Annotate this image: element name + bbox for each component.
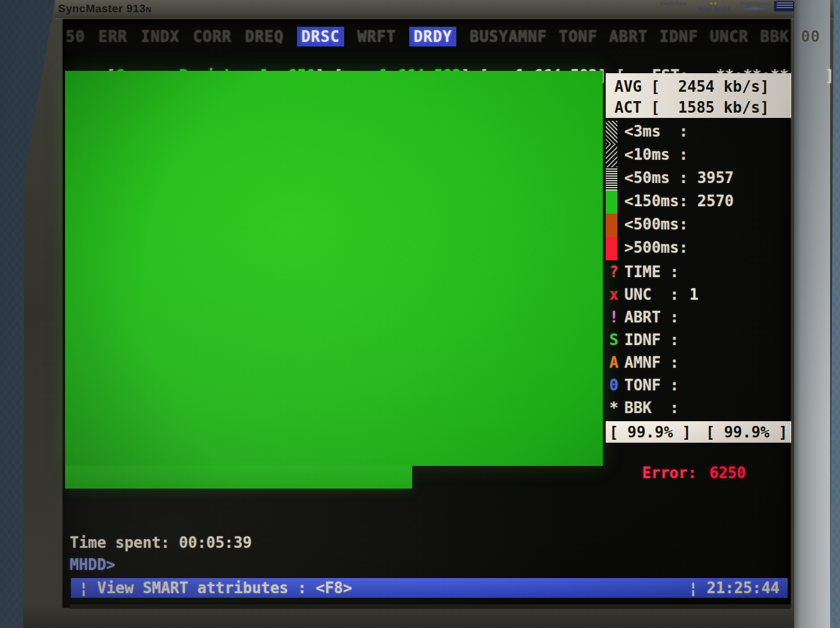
flag-busy: BUSY [470,28,509,45]
bucket-over-500ms: >500ms: [624,239,698,256]
mhdd-screen: 50 ERR INDX CORR DREQ DRSC WRFT DRDY BUS… [63,19,791,608]
error-counter: Error:6250 [606,447,746,499]
counter-time: ?TIME : [624,263,689,281]
smart-hint-label: ¦ View SMART attributes : <F8> [79,579,352,597]
flag-uncr: UNCR [710,28,749,45]
monitor-brand-label: SyncMaster 913N [58,2,152,15]
brand-text: SyncMaster 913 [58,2,146,15]
screen-bottom-edge [70,604,791,609]
bucket-3ms: <3ms : [624,123,698,140]
flag-amnf: AMNF [509,28,548,45]
act-speed: ACT [ 1585 kb/s] [614,99,769,116]
progress-gauges: [ 99.9% ] [ 99.9% ] [606,421,791,443]
flag-abrt: ABRT [609,28,648,45]
swatch-over-500ms [606,237,617,260]
flag-idnf: IDNF [660,28,699,45]
status-flags-left: 50 ERR INDX CORR DREQ DRSC WRFT DRDY BUS… [66,27,509,46]
progress-right: [ 99.9% ] [706,424,788,441]
swatch-under-3ms [606,121,617,144]
ata-status-row: 50 ERR INDX CORR DREQ DRSC WRFT DRDY BUS… [66,27,789,46]
error-label: Error: [642,464,697,482]
swoosh-graphic [739,8,770,10]
unc-x-icon: x [606,286,622,303]
flag-drsc-active: DRSC [297,27,344,46]
flag-bbk: BBK [760,28,789,45]
counter-bbk: *BBK : [624,399,689,417]
serial-sticker [774,1,795,11]
status-flags-right: AMNF TONF ABRT IDNF UNCR BBK 00 [509,28,820,45]
amnf-a-icon: A [606,354,622,371]
brand-suffix: N [146,5,152,14]
mhdd-command-prompt[interactable]: MHDD> [70,556,115,573]
flag-indx: INDX [141,28,180,45]
idnf-s-icon: S [606,331,622,349]
swatch-under-150ms [606,191,617,214]
flag-drdy-active: DRDY [409,27,456,46]
status-hint-bar: ¦ View SMART attributes : <F8> ¦ 21:25:4… [71,578,788,598]
flag-dreq: DREQ [245,28,284,45]
magictune-sticker: MagicTune [660,1,687,6]
avg-speed: AVG [ 2454 kb/s] [614,78,769,95]
swatch-under-50ms [606,167,617,191]
clock: ¦ 21:25:44 [688,579,780,597]
bucket-10ms: <10ms : [624,146,698,163]
error-register-hex: 00 [801,28,820,45]
swatch-under-500ms [606,214,617,237]
time-spent-line: Time spent: 00:05:39 [70,534,252,551]
error-value: 6250 [697,464,746,482]
abrt-bang-icon: ! [606,308,622,326]
counter-unc: xUNC :1 [624,286,699,303]
bucket-150ms: <150ms:2570 [624,192,734,210]
bucket-500ms: <500ms: [624,216,698,233]
speed-panel: AVG [ 2454 kb/s] ACT [ 1585 kb/s] [606,73,791,118]
swatch-under-10ms [606,144,617,167]
counter-idnf: SIDNF : [624,331,689,349]
counter-abrt: !ABRT : [624,308,689,326]
flag-err: ERR [98,28,127,45]
bbk-star-icon: * [606,399,622,417]
counter-amnf: AAMNF : [624,354,689,371]
scan-surface-partial-row [65,466,412,489]
bezel-stickers: MagicTune ■ ■Magic Bright MagicSpeed [660,1,770,17]
scan-surface-map [65,71,603,466]
tonf-zero-icon: 0 [606,376,622,394]
time-question-icon: ? [606,263,622,281]
magicbright-icons: ■ ■ [698,1,730,6]
error-register-value: 50 [66,28,85,45]
magicbright-sticker: ■ ■Magic Bright [698,1,730,12]
progress-left: [ 99.9% ] [609,424,691,441]
counter-tonf: 0TONF : [624,376,689,394]
magicspeed-sticker: MagicSpeed [739,1,770,10]
flag-corr: CORR [193,28,232,45]
flag-wrft: WRFT [358,28,396,45]
bucket-50ms: <50ms :3957 [624,169,734,186]
flag-tonf: TONF [559,28,598,45]
